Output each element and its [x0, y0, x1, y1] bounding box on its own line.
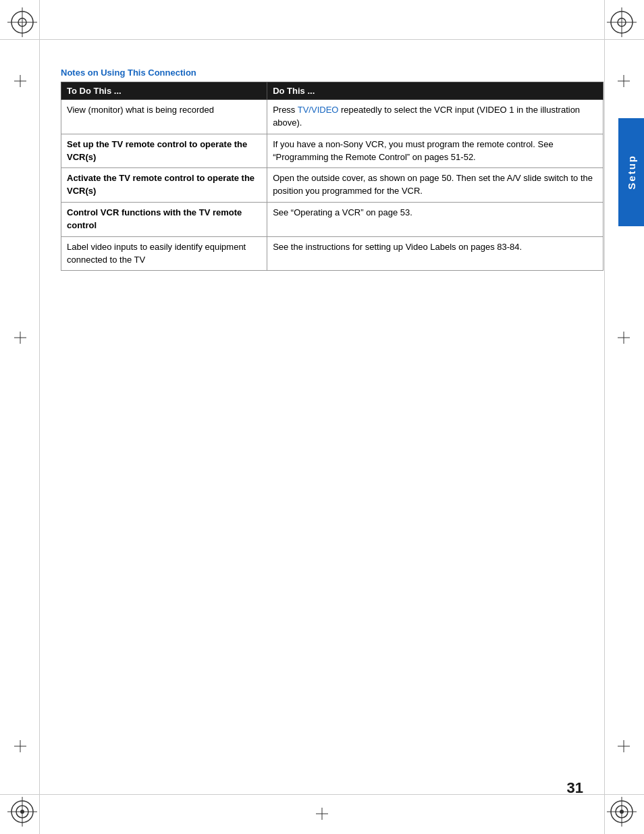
- content-area: Notes on Using This Connection To Do Thi…: [61, 68, 603, 766]
- tv-video-link: TV/VIDEO: [298, 105, 339, 115]
- cell-text: View (monitor) what is being recorded: [67, 105, 214, 115]
- table-cell-col2: See the instructions for setting up Vide…: [267, 236, 603, 271]
- border-right: [604, 0, 605, 834]
- table-cell-col1: Label video inputs to easily identify eq…: [61, 236, 267, 271]
- reg-mark-bottom-right: [605, 795, 639, 829]
- page: Setup Notes on Using This Connection To …: [0, 0, 644, 834]
- reg-mark-bottom-left: [5, 795, 39, 829]
- cross-left-top: [14, 74, 27, 88]
- table-row: View (monitor) what is being recorded Pr…: [61, 100, 603, 134]
- table-header-col1: To Do This ...: [61, 82, 267, 100]
- table-cell-col2: Press TV/VIDEO repeatedly to select the …: [267, 100, 603, 134]
- border-bottom: [0, 794, 644, 795]
- cross-right-mid: [617, 331, 630, 344]
- section-heading: Notes on Using This Connection: [61, 68, 603, 78]
- sidebar-tab: Setup: [618, 118, 644, 226]
- table-row: Set up the TV remote control to operate …: [61, 134, 603, 168]
- table-header-row: To Do This ... Do This ...: [61, 82, 603, 100]
- info-table: To Do This ... Do This ... View (monitor…: [61, 82, 603, 271]
- cross-left-mid: [14, 331, 27, 344]
- table-cell-col2: Open the outside cover, as shown on page…: [267, 168, 603, 203]
- table-cell-col1: View (monitor) what is being recorded: [61, 100, 267, 134]
- table-cell-col1: Activate the TV remote control to operat…: [61, 168, 267, 203]
- cross-right-bot: [617, 739, 630, 753]
- cell-text: Control VCR functions with the TV remote…: [67, 207, 242, 230]
- cell-text: See “Operating a VCR” on page 53.: [273, 207, 412, 217]
- cell-text: If you have a non-Sony VCR, you must pro…: [273, 139, 554, 162]
- cell-text: Label video inputs to easily identify eq…: [67, 242, 246, 265]
- cross-bot-center: [315, 807, 329, 820]
- table-row: Control VCR functions with the TV remote…: [61, 203, 603, 237]
- border-left: [39, 0, 40, 834]
- reg-mark-top-right: [605, 5, 639, 39]
- cross-left-bot: [14, 739, 27, 753]
- cross-right-top: [617, 74, 630, 88]
- cell-text: Open the outside cover, as shown on page…: [273, 173, 593, 196]
- page-number: 31: [567, 779, 583, 797]
- table-header-col2: Do This ...: [267, 82, 603, 100]
- table-row: Activate the TV remote control to operat…: [61, 168, 603, 203]
- cell-text: Activate the TV remote control to operat…: [67, 173, 254, 196]
- cell-text: See the instructions for setting up Vide…: [273, 242, 522, 252]
- cell-text: Set up the TV remote control to operate …: [67, 139, 247, 162]
- table-cell-col2: See “Operating a VCR” on page 53.: [267, 203, 603, 237]
- table-cell-col2: If you have a non-Sony VCR, you must pro…: [267, 134, 603, 168]
- sidebar-tab-label: Setup: [626, 155, 637, 190]
- table-row: Label video inputs to easily identify eq…: [61, 236, 603, 271]
- table-cell-col1: Control VCR functions with the TV remote…: [61, 203, 267, 237]
- table-cell-col1: Set up the TV remote control to operate …: [61, 134, 267, 168]
- reg-mark-top-left: [5, 5, 39, 39]
- border-top: [0, 39, 644, 40]
